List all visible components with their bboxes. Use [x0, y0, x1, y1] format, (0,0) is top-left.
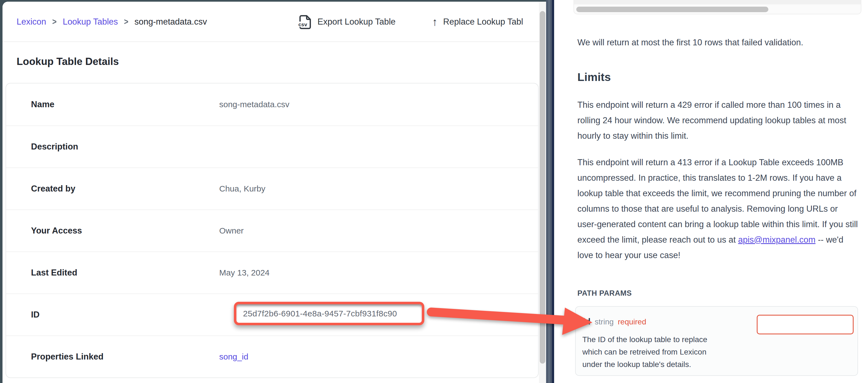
breadcrumb-lookup-tables[interactable]: Lookup Tables [63, 17, 118, 27]
horizontal-scrollbar-thumb[interactable] [576, 7, 768, 12]
table-row-properties-linked: Properties Linked song_id [6, 336, 538, 378]
table-row-last-edited: Last Edited May 13, 2024 [6, 251, 538, 293]
replace-button-label: Replace Lookup Tabl [443, 17, 523, 27]
limits-paragraph-413: This endpoint will return a 413 error if… [578, 155, 858, 263]
id-param-card: id string required The ID of the lookup … [575, 306, 858, 376]
export-lookup-table-button[interactable]: csv Export Lookup Table [298, 2, 396, 42]
row-label: Name [6, 100, 219, 109]
window-divider-highlight [548, 0, 550, 383]
param-description: The ID of the lookup table to replace wh… [582, 333, 723, 371]
lookup-table-details-window: Lexicon > Lookup Tables > song-metadata.… [2, 2, 546, 383]
apis-email-link[interactable]: apis@mixpanel.com [738, 235, 816, 245]
param-required-badge: required [618, 317, 646, 326]
table-row-your-access: Your Access Owner [6, 209, 538, 251]
breadcrumb-separator-icon: > [52, 17, 57, 27]
validation-note-text: We will return at most the first 10 rows… [578, 35, 858, 50]
code-sample-background [574, 0, 861, 4]
row-label: Properties Linked [6, 352, 219, 362]
param-header: id string required [583, 317, 646, 327]
table-row-created-by: Created by Chua, Kurby [6, 168, 538, 209]
table-row-name: Name song-metadata.csv [6, 83, 538, 126]
row-label: Your Access [6, 226, 219, 236]
lookup-table-id-value: 25d7f2b6-6901-4e8a-9457-7cbf931f8c90 [237, 309, 397, 318]
breadcrumb-separator-icon: > [124, 17, 128, 27]
id-param-input[interactable] [757, 315, 854, 334]
csv-file-icon: csv [298, 14, 312, 29]
api-docs-panel: We will return at most the first 10 rows… [554, 0, 868, 383]
table-row-description: Description [6, 126, 538, 168]
row-label: Description [6, 142, 219, 152]
page-title: Lookup Table Details [17, 56, 119, 67]
code-sample-block-bottom [574, 0, 861, 14]
limits-heading: Limits [578, 71, 611, 84]
left-vertical-scrollbar-track[interactable] [539, 2, 546, 383]
replace-lookup-table-button[interactable]: ↑ Replace Lookup Tabl [432, 2, 523, 42]
limits-paragraph-429: This endpoint will return a 429 error if… [578, 97, 858, 144]
window-divider [546, 0, 552, 383]
param-name: id [583, 317, 591, 327]
left-window-header: Lexicon > Lookup Tables > song-metadata.… [2, 2, 546, 42]
path-params-heading: PATH PARAMS [578, 289, 631, 298]
row-value: Owner [219, 226, 244, 236]
breadcrumb-lexicon[interactable]: Lexicon [17, 17, 46, 27]
id-highlight-annotation-box: 25d7f2b6-6901-4e8a-9457-7cbf931f8c90 [234, 302, 424, 325]
param-type: string [595, 317, 614, 326]
breadcrumb: Lexicon > Lookup Tables > song-metadata.… [17, 2, 207, 42]
details-table: Name song-metadata.csv Description Creat… [5, 83, 538, 378]
breadcrumb-current-file: song-metadata.csv [134, 17, 207, 27]
right-window-left-edge [552, 0, 554, 383]
row-value: song-metadata.csv [219, 100, 289, 109]
row-value: Chua, Kurby [219, 184, 266, 194]
upload-arrow-icon: ↑ [432, 16, 438, 27]
row-label: Last Edited [6, 268, 219, 278]
export-button-label: Export Lookup Table [317, 17, 396, 27]
row-label: Created by [6, 184, 219, 194]
row-label: ID [6, 310, 219, 320]
svg-text:csv: csv [299, 22, 307, 27]
row-value: May 13, 2024 [219, 268, 270, 277]
paragraph-text: This endpoint will return a 413 error if… [578, 158, 858, 245]
song-id-link[interactable]: song_id [219, 352, 248, 361]
left-vertical-scrollbar-thumb[interactable] [540, 11, 545, 364]
